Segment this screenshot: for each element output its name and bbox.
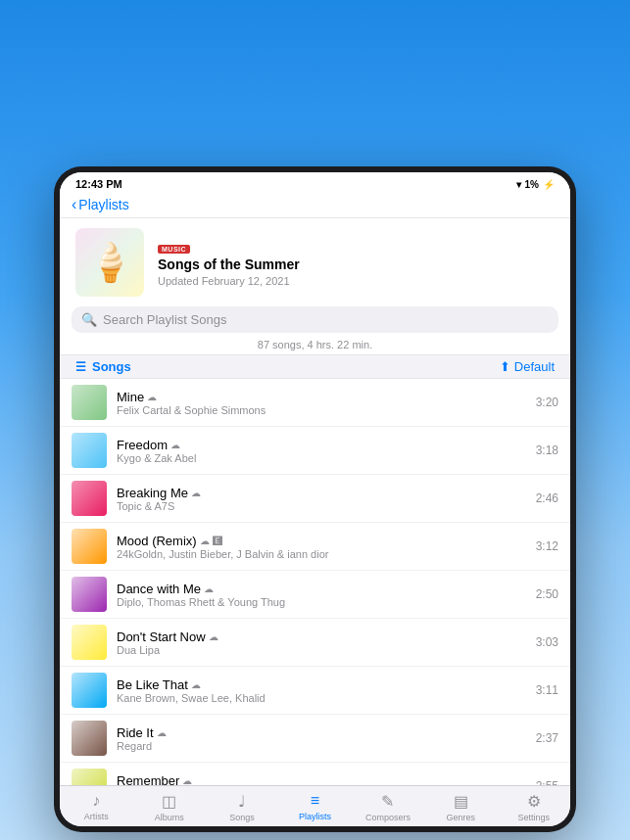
song-title: Mine☁ bbox=[117, 390, 526, 404]
song-artwork bbox=[72, 577, 107, 612]
song-artist: Kane Brown, Swae Lee, Khalid bbox=[117, 692, 526, 704]
explicit-icon: 🅴 bbox=[213, 536, 222, 546]
sort-icon: ☰ bbox=[75, 360, 86, 374]
song-duration: 3:18 bbox=[536, 443, 558, 457]
song-title: Be Like That☁ bbox=[117, 677, 526, 692]
song-title: Breaking Me☁ bbox=[117, 486, 526, 500]
song-info: Don't Start Now☁Dua Lipa bbox=[117, 630, 526, 656]
search-placeholder: Search Playlist Songs bbox=[103, 312, 226, 327]
song-item[interactable]: Remember☁Tyler Shaw2:55 bbox=[60, 763, 570, 785]
device-frame: 12:43 PM ▾ 1% ⚡ ‹ Playlists 🍦 bbox=[54, 166, 576, 832]
song-info: Mine☁Felix Cartal & Sophie Simmons bbox=[117, 390, 526, 416]
sort-label: Songs bbox=[92, 359, 131, 374]
song-artwork bbox=[72, 673, 107, 708]
song-duration: 2:46 bbox=[536, 491, 558, 505]
song-info: Ride It☁Regard bbox=[117, 725, 526, 752]
screen: 12:43 PM ▾ 1% ⚡ ‹ Playlists 🍦 bbox=[60, 172, 570, 826]
song-artist: Diplo, Thomas Rhett & Young Thug bbox=[117, 596, 526, 608]
charging-icon: ⚡ bbox=[543, 179, 555, 190]
song-duration: 3:03 bbox=[536, 635, 558, 649]
song-artwork bbox=[72, 769, 107, 785]
song-duration: 3:20 bbox=[536, 396, 558, 409]
song-duration: 2:50 bbox=[536, 587, 558, 601]
song-artist: Dua Lipa bbox=[117, 644, 526, 656]
status-time: 12:43 PM bbox=[75, 178, 122, 190]
cloud-icon: ☁ bbox=[157, 727, 167, 738]
tab-icon-songs: ♩ bbox=[238, 792, 246, 811]
tab-item-settings[interactable]: ⚙Settings bbox=[498, 790, 570, 824]
playlist-header: 🍦 MUSIC Songs of the Summer Updated Febr… bbox=[60, 218, 570, 306]
tab-label-artists: Artists bbox=[84, 812, 109, 821]
song-item[interactable]: Freedom☁Kygo & Zak Abel3:18 bbox=[60, 427, 570, 475]
tab-label-playlists: Playlists bbox=[299, 812, 331, 821]
tab-icon-settings: ⚙ bbox=[527, 792, 541, 811]
tab-item-genres[interactable]: ▤Genres bbox=[424, 790, 497, 824]
order-icon: ⬆ bbox=[500, 359, 510, 374]
song-info: Mood (Remix)☁🅴24kGoldn, Justin Bieber, J… bbox=[117, 534, 526, 560]
song-artwork bbox=[72, 481, 107, 516]
tab-icon-playlists: ≡ bbox=[311, 792, 319, 810]
tab-item-composers[interactable]: ✎Composers bbox=[352, 790, 424, 824]
song-list: Mine☁Felix Cartal & Sophie Simmons3:20Fr… bbox=[60, 379, 570, 785]
order-control[interactable]: ⬆ Default bbox=[500, 359, 555, 374]
song-item[interactable]: Mood (Remix)☁🅴24kGoldn, Justin Bieber, J… bbox=[60, 523, 570, 571]
cloud-icon: ☁ bbox=[147, 392, 157, 402]
song-title: Don't Start Now☁ bbox=[117, 630, 526, 644]
nav-bar: ‹ Playlists bbox=[60, 192, 570, 218]
song-artist: Topic & A7S bbox=[117, 500, 526, 512]
song-duration: 3:12 bbox=[536, 539, 558, 553]
music-badge: MUSIC bbox=[158, 245, 190, 254]
song-info: Freedom☁Kygo & Zak Abel bbox=[117, 438, 526, 464]
song-info: Breaking Me☁Topic & A7S bbox=[117, 486, 526, 512]
tab-item-albums[interactable]: ◫Albums bbox=[132, 790, 205, 824]
song-artwork bbox=[72, 529, 107, 564]
song-item[interactable]: Dance with Me☁Diplo, Thomas Rhett & Youn… bbox=[60, 571, 570, 619]
song-item[interactable]: Be Like That☁Kane Brown, Swae Lee, Khali… bbox=[60, 667, 570, 715]
back-chevron-icon: ‹ bbox=[72, 196, 76, 213]
song-info: Dance with Me☁Diplo, Thomas Rhett & Youn… bbox=[117, 582, 526, 608]
song-item[interactable]: Ride It☁Regard2:37 bbox=[60, 715, 570, 763]
cloud-icon: ☁ bbox=[191, 679, 201, 690]
status-bar: 12:43 PM ▾ 1% ⚡ bbox=[60, 172, 570, 192]
tab-bar: ♪Artists◫Albums♩Songs≡Playlists✎Composer… bbox=[60, 785, 570, 826]
tab-icon-albums: ◫ bbox=[162, 792, 176, 811]
tab-label-composers: Composers bbox=[365, 813, 411, 822]
tab-icon-composers: ✎ bbox=[381, 792, 394, 811]
back-button[interactable]: ‹ Playlists bbox=[72, 196, 129, 213]
status-icons: ▾ 1% ⚡ bbox=[516, 179, 555, 190]
cloud-icon: ☁ bbox=[170, 440, 180, 450]
battery-text: 1% bbox=[525, 179, 539, 190]
playlist-title: Songs of the Summer bbox=[158, 257, 555, 273]
song-artist: Felix Cartal & Sophie Simmons bbox=[117, 404, 526, 416]
playlist-info: MUSIC Songs of the Summer Updated Februa… bbox=[158, 238, 555, 287]
tab-label-albums: Albums bbox=[155, 813, 184, 822]
cloud-icon: ☁ bbox=[200, 536, 210, 546]
song-title: Remember☁ bbox=[117, 773, 526, 786]
song-artwork bbox=[72, 385, 107, 420]
tab-item-songs[interactable]: ♩Songs bbox=[206, 790, 278, 824]
search-bar[interactable]: 🔍 Search Playlist Songs bbox=[72, 306, 558, 333]
tab-icon-artists: ♪ bbox=[92, 792, 100, 810]
playlist-artwork: 🍦 bbox=[75, 228, 144, 297]
song-artist: 24kGoldn, Justin Bieber, J Balvin & iann… bbox=[117, 548, 526, 560]
song-artist: Kygo & Zak Abel bbox=[117, 452, 526, 464]
song-info: Be Like That☁Kane Brown, Swae Lee, Khali… bbox=[117, 677, 526, 704]
song-title: Mood (Remix)☁🅴 bbox=[117, 534, 526, 548]
cloud-icon: ☁ bbox=[204, 583, 214, 594]
sort-control[interactable]: ☰ Songs bbox=[75, 359, 131, 374]
song-artwork bbox=[72, 625, 107, 660]
songs-count: 87 songs, 4 hrs. 22 min. bbox=[60, 337, 570, 354]
cloud-icon: ☁ bbox=[209, 631, 218, 642]
search-icon: 🔍 bbox=[81, 312, 97, 327]
tab-label-genres: Genres bbox=[447, 813, 476, 822]
cloud-icon: ☁ bbox=[182, 775, 192, 786]
song-item[interactable]: Don't Start Now☁Dua Lipa3:03 bbox=[60, 619, 570, 667]
tab-item-playlists[interactable]: ≡Playlists bbox=[278, 790, 351, 824]
song-item[interactable]: Breaking Me☁Topic & A7S2:46 bbox=[60, 475, 570, 523]
tab-label-songs: Songs bbox=[229, 813, 255, 822]
song-item[interactable]: Mine☁Felix Cartal & Sophie Simmons3:20 bbox=[60, 379, 570, 427]
list-header: ☰ Songs ⬆ Default bbox=[60, 354, 570, 379]
order-label: Default bbox=[514, 359, 555, 374]
song-info: Remember☁Tyler Shaw bbox=[117, 773, 526, 786]
tab-item-artists[interactable]: ♪Artists bbox=[60, 790, 132, 824]
